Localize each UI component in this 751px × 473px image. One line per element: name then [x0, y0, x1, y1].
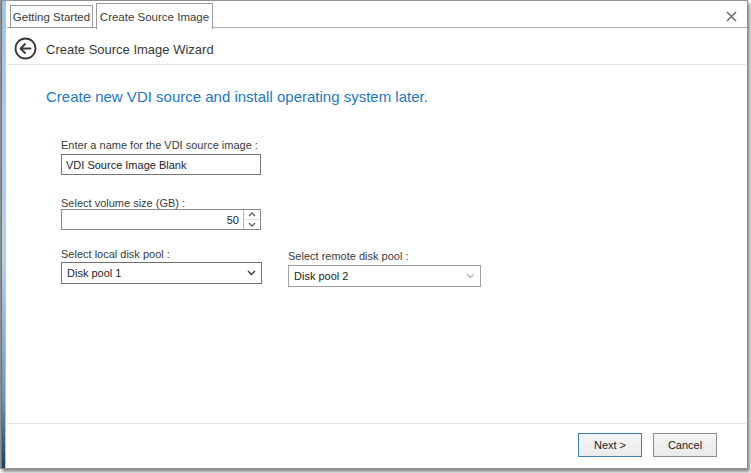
- remote-disk-pool-value: Disk pool 2: [289, 270, 460, 282]
- spinner-buttons: [243, 210, 260, 229]
- next-button[interactable]: Next >: [578, 433, 642, 457]
- cancel-button-label: Cancel: [668, 439, 702, 451]
- local-disk-pool-label: Select local disk pool :: [61, 248, 170, 260]
- remote-disk-pool-label: Select remote disk pool :: [288, 250, 408, 262]
- chevron-up-icon: [248, 212, 256, 217]
- volume-size-input[interactable]: [62, 210, 243, 229]
- cancel-button[interactable]: Cancel: [653, 433, 717, 457]
- chevron-down-icon: [248, 222, 256, 227]
- wizard-title: Create Source Image Wizard: [46, 42, 214, 57]
- spin-up-button[interactable]: [244, 210, 260, 220]
- chevron-down-icon: [460, 273, 480, 279]
- volume-size-stepper: [61, 209, 261, 230]
- screen: Getting Started Create Source Image Crea…: [0, 0, 751, 473]
- back-arrow-icon: [14, 37, 37, 60]
- vdi-source-name-input[interactable]: [61, 154, 261, 175]
- remote-disk-pool-select[interactable]: Disk pool 2: [288, 265, 481, 287]
- create-source-image-window: Getting Started Create Source Image Crea…: [0, 0, 748, 469]
- tab-create-source-image-label: Create Source Image: [100, 11, 209, 23]
- name-field-label: Enter a name for the VDI source image :: [61, 139, 258, 151]
- tab-getting-started-label: Getting Started: [13, 11, 90, 23]
- close-icon[interactable]: [724, 9, 738, 23]
- local-disk-pool-select[interactable]: Disk pool 1: [61, 262, 262, 284]
- tab-getting-started[interactable]: Getting Started: [10, 5, 93, 28]
- footer-divider: [7, 423, 746, 424]
- tab-create-source-image[interactable]: Create Source Image: [96, 3, 213, 29]
- local-disk-pool-value: Disk pool 1: [62, 267, 241, 279]
- chevron-down-icon: [241, 270, 261, 276]
- left-pane-edge: [1, 1, 6, 468]
- back-button[interactable]: [14, 37, 37, 60]
- tab-strip: Getting Started Create Source Image: [7, 1, 747, 28]
- next-button-label: Next >: [594, 439, 626, 451]
- spin-down-button[interactable]: [244, 220, 260, 229]
- volume-size-label: Select volume size (GB) :: [61, 197, 185, 209]
- header-divider: [7, 64, 746, 65]
- page-title: Create new VDI source and install operat…: [46, 88, 428, 105]
